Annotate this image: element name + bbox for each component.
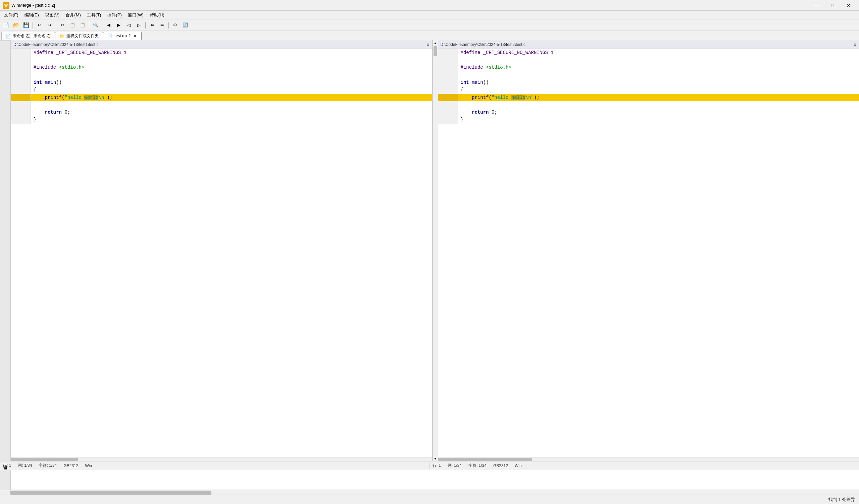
bottom-scroll-thumb[interactable]: [10, 491, 211, 494]
toolbar-options[interactable]: ⚙: [170, 21, 180, 30]
toolbar-copy[interactable]: 📋: [68, 21, 77, 30]
right-content-10: }: [458, 116, 859, 123]
tab-select-label: 选择文件或文件夹: [66, 33, 99, 39]
left-status: 行: 1 列: 1/34 字符: 1/34 GB2312 Win: [0, 463, 430, 469]
diff-container: D:\CodeFile\anmory\Cfile\2024-5-13\test1…: [11, 40, 859, 461]
left-header-menu[interactable]: ≡: [426, 42, 429, 47]
right-line-2: [438, 56, 859, 64]
v-scroll-down[interactable]: ▼: [433, 456, 438, 461]
right-header-menu[interactable]: ≡: [854, 42, 856, 47]
toolbar-redo[interactable]: ↪: [45, 21, 54, 30]
right-status: 行: 1 列: 1/34 字符: 1/34 GB2312 Win: [430, 463, 859, 469]
menu-help[interactable]: 帮助(H): [147, 11, 167, 19]
tab-test-close[interactable]: ✕: [133, 33, 137, 38]
left-line-10: }: [11, 116, 432, 123]
left-gutter-3: [11, 64, 31, 71]
left-status-char: 字符: 1/34: [39, 463, 57, 469]
right-content-6: {: [458, 86, 859, 94]
menu-view[interactable]: 视图(V): [42, 11, 62, 19]
right-gutter-1: [438, 49, 458, 56]
left-line-8: [11, 101, 432, 109]
left-content-2: [31, 56, 432, 64]
right-gutter-3: [438, 64, 458, 71]
left-scrollbar[interactable]: [11, 457, 432, 461]
toolbar-last-diff[interactable]: ▷: [134, 21, 144, 30]
bottom-content: [11, 470, 859, 490]
left-content-3: #include <stdio.h>: [31, 64, 432, 71]
toolbar-undo[interactable]: ↩: [34, 21, 44, 30]
left-content-6: {: [31, 86, 432, 94]
minimize-button[interactable]: —: [809, 0, 824, 11]
left-content-9: return 0;: [31, 109, 432, 116]
menu-file[interactable]: 文件(F): [1, 11, 21, 19]
toolbar-open[interactable]: 📂: [11, 21, 21, 30]
menu-edit[interactable]: 编辑(E): [22, 11, 42, 19]
toolbar: 📄 📂 💾 ↩ ↪ ✂ 📋 📋 🔍 ◀ ▶ ◁ ▷ ⬅ ➡ ⚙ 🔄: [0, 19, 859, 31]
menu-tools[interactable]: 工具(T): [84, 11, 104, 19]
final-status-bar: 找到 1 处差异: [0, 494, 859, 504]
menu-window[interactable]: 窗口(W): [125, 11, 146, 19]
left-line-9: return 0;: [11, 109, 432, 116]
toolbar-copy-left[interactable]: ⬅: [147, 21, 157, 30]
toolbar-next-diff[interactable]: ▶: [114, 21, 123, 30]
left-scroll-thumb[interactable]: [11, 458, 78, 461]
toolbar-new[interactable]: 📄: [1, 21, 11, 30]
toolbar-prev-diff[interactable]: ◀: [104, 21, 114, 30]
tab-test-c[interactable]: 📄 test.c x 2 ✕: [103, 32, 141, 40]
left-diff-content[interactable]: #define _CRT_SECURE_NO_WARNINGS 1 #inclu…: [11, 49, 432, 457]
left-content-5: int main(): [31, 79, 432, 86]
v-scrollbar[interactable]: ▲ ▼: [433, 40, 438, 461]
v-scroll-up[interactable]: ▲: [433, 40, 438, 46]
toolbar-sep3: [89, 22, 89, 29]
left-content-7: printf("hello world\n");: [31, 94, 432, 101]
right-pane: D:\CodeFile\anmory\Cfile\2024-5-13\test2…: [438, 40, 859, 461]
bottom-scrollbar[interactable]: [0, 490, 859, 494]
v-scroll-thumb[interactable]: [434, 46, 437, 56]
right-line-4: [438, 72, 859, 79]
tab-bar: 📄 未命名 左 - 未命名 右 📁 选择文件或文件夹 📄 test.c x 2 …: [0, 31, 859, 40]
close-button[interactable]: ✕: [841, 0, 856, 11]
title-bar-controls: — □ ✕: [809, 0, 856, 11]
right-gutter-9: [438, 109, 458, 116]
main-area: 定位窗 D:\CodeFile\anmory\Cfile\2024-5-13\t…: [0, 40, 859, 461]
diff-grid-tab[interactable]: 差异格: [0, 470, 11, 475]
tab-unnamed-label: 未命名 左 - 未命名 右: [13, 33, 51, 39]
right-gutter-4: [438, 72, 458, 79]
right-diff-content[interactable]: #define _CRT_SECURE_NO_WARNINGS 1 #inclu…: [438, 49, 859, 457]
status-bar: 行: 1 列: 1/34 字符: 1/34 GB2312 Win 行: 1 列:…: [0, 461, 859, 470]
tab-test-label: test.c x 2: [115, 33, 131, 38]
toolbar-copy-right[interactable]: ➡: [157, 21, 167, 30]
maximize-button[interactable]: □: [825, 0, 840, 11]
right-pane-header: D:\CodeFile\anmory\Cfile\2024-5-13\test2…: [438, 40, 859, 49]
right-status-encoding: GB2312: [493, 463, 508, 468]
left-status-col: 列: 1/34: [18, 463, 32, 469]
bottom-panel: 差异格: [0, 470, 859, 490]
toolbar-paste[interactable]: 📋: [78, 21, 87, 30]
right-gutter-7: [438, 94, 458, 101]
menu-merge[interactable]: 合并(M): [63, 11, 84, 19]
toolbar-first-diff[interactable]: ◁: [124, 21, 134, 30]
left-line-6: {: [11, 86, 432, 94]
left-line-4: [11, 72, 432, 79]
toolbar-save[interactable]: 💾: [21, 21, 31, 30]
right-content-9: return 0;: [458, 109, 859, 116]
toolbar-sep1: [32, 22, 33, 29]
app-icon: W: [3, 2, 10, 9]
left-gutter-9: [11, 109, 31, 116]
right-scroll-thumb[interactable]: [438, 458, 532, 461]
menu-plugins[interactable]: 插件(P): [104, 11, 124, 19]
toolbar-cut[interactable]: ✂: [58, 21, 67, 30]
right-scrollbar[interactable]: [438, 457, 859, 461]
right-gutter-5: [438, 79, 458, 86]
right-gutter-8: [438, 101, 458, 109]
side-tab-locate[interactable]: 定位窗: [0, 40, 11, 47]
tab-select-file[interactable]: 📁 选择文件或文件夹: [55, 32, 103, 40]
tab-select-icon: 📁: [59, 34, 64, 38]
tab-unnamed[interactable]: 📄 未命名 左 - 未命名 右: [1, 32, 55, 40]
right-line-8: [438, 101, 859, 109]
toolbar-find[interactable]: 🔍: [91, 21, 100, 30]
left-gutter-5: [11, 79, 31, 86]
right-status-char: 字符: 1/34: [468, 463, 486, 469]
left-gutter-6: [11, 86, 31, 94]
toolbar-refresh[interactable]: 🔄: [181, 21, 190, 30]
